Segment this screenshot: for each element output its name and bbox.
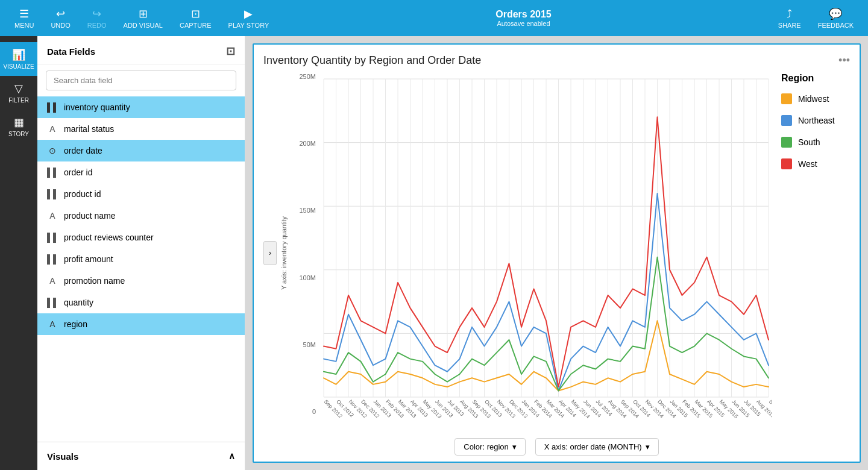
y-labels: 250M200M150M100M50M0	[294, 73, 321, 433]
chart-plot-inner: 250M200M150M100M50M0 Sep 2012Oct 2012Nov…	[294, 73, 772, 433]
field-label-order-date: order date	[64, 146, 102, 155]
bar-icon: ▌▌	[47, 189, 58, 199]
clock-icon: ⊙	[47, 146, 58, 155]
legend-label: West	[798, 159, 817, 169]
field-label-product-reviews-counter: product reviews counter	[64, 233, 154, 242]
bar-icon: ▌▌	[47, 298, 58, 307]
menu-button[interactable]: ☰ MENU	[6, 7, 42, 29]
legend-color-swatch	[781, 93, 792, 104]
field-item-marital-status[interactable]: Amarital status	[37, 118, 245, 140]
visualize-nav-item[interactable]: 📊 VISUALIZE	[0, 42, 37, 76]
play-story-button[interactable]: ▶ PLAY STORY	[220, 7, 278, 29]
x-axis-filter-button[interactable]: X axis: order date (MONTH) ▾	[535, 438, 659, 456]
legend-item-west: West	[781, 158, 850, 169]
y-label: 50M	[303, 341, 316, 348]
chart-title: Inventory Quantity by Region and Order D…	[263, 54, 481, 67]
visuals-label: Visuals	[47, 451, 78, 462]
menu-icon: ☰	[19, 7, 29, 20]
text-icon: A	[47, 276, 58, 286]
chart-container: Inventory Quantity by Region and Order D…	[253, 43, 861, 463]
field-item-product-name[interactable]: Aproduct name	[37, 205, 245, 227]
toolbar-center: Orders 2015 Autosave enabled	[277, 9, 770, 27]
redo-button[interactable]: ↪ REDO	[79, 7, 115, 29]
text-icon: A	[47, 124, 58, 134]
field-item-product-reviews-counter[interactable]: ▌▌product reviews counter	[37, 227, 245, 248]
redo-icon: ↪	[92, 7, 101, 20]
field-list: ▌▌inventory quantityAmarital status⊙orde…	[37, 96, 245, 442]
legend-label: Midwest	[798, 94, 829, 104]
field-label-order-id: order id	[64, 168, 92, 177]
capture-icon: ⊡	[191, 7, 200, 20]
story-icon: ▦	[14, 116, 24, 129]
y-label: 150M	[299, 207, 316, 214]
add-visual-button[interactable]: ⊞ ADD VISUAL	[115, 7, 171, 29]
legend-color-swatch	[781, 137, 792, 148]
field-item-region[interactable]: Aregion	[37, 313, 245, 335]
field-label-marital-status: marital status	[64, 124, 114, 134]
visuals-section[interactable]: Visuals ∧	[37, 442, 245, 470]
visualize-icon: 📊	[12, 48, 25, 61]
field-item-order-date[interactable]: ⊙order date	[37, 140, 245, 161]
field-item-inventory-quantity[interactable]: ▌▌inventory quantity	[37, 96, 245, 118]
undo-button[interactable]: ↩ UNDO	[42, 7, 78, 29]
text-icon: A	[47, 319, 58, 329]
share-icon: ⤴	[787, 8, 792, 20]
bar-icon: ▌▌	[47, 233, 58, 242]
capture-button[interactable]: ⊡ CAPTURE	[171, 7, 220, 29]
field-item-product-id[interactable]: ▌▌product id	[37, 183, 245, 205]
chart-area: Inventory Quantity by Region and Order D…	[245, 36, 868, 470]
play-icon: ▶	[244, 7, 253, 20]
chart-body: › Y axis: inventory quantity 250M200M150…	[263, 73, 850, 433]
legend-title: Region	[781, 73, 850, 84]
text-icon: A	[47, 211, 58, 221]
field-label-quantity: quantity	[64, 298, 93, 307]
legend-label: Northeast	[798, 116, 835, 125]
panel-toggle-button[interactable]: ⊡	[226, 45, 235, 58]
toolbar-right: ⤴ SHARE 💬 FEEDBACK	[770, 7, 862, 29]
y-axis-collapse-button[interactable]: ›	[263, 241, 277, 265]
search-input[interactable]	[46, 70, 236, 90]
visuals-collapse-icon: ∧	[228, 451, 235, 462]
legend-color-swatch	[781, 158, 792, 169]
legend-color-swatch	[781, 115, 792, 126]
legend-item-south: South	[781, 137, 850, 148]
legend-item-midwest: Midwest	[781, 93, 850, 104]
bar-icon: ▌▌	[47, 102, 58, 112]
y-label: 0	[312, 408, 316, 415]
field-label-product-id: product id	[64, 189, 101, 199]
chart-more-button[interactable]: •••	[838, 54, 850, 67]
field-label-promotion-name: promotion name	[64, 276, 125, 286]
field-label-product-name: product name	[64, 211, 116, 221]
main-content: 📊 VISUALIZE ▽ FILTER ▦ STORY Data Fields…	[0, 36, 868, 470]
autosave-status: Autosave enabled	[497, 20, 550, 27]
story-nav-item[interactable]: ▦ STORY	[0, 110, 37, 143]
x-axis-dropdown-icon: ▾	[646, 442, 650, 451]
field-item-profit-amount[interactable]: ▌▌profit amount	[37, 248, 245, 270]
y-axis-area: › Y axis: inventory quantity	[263, 73, 294, 433]
add-visual-icon: ⊞	[139, 7, 148, 20]
y-label: 100M	[299, 274, 316, 281]
share-button[interactable]: ⤴ SHARE	[770, 8, 810, 29]
filter-icon: ▽	[14, 82, 23, 95]
field-label-profit-amount: profit amount	[64, 254, 113, 264]
toolbar: ☰ MENU ↩ UNDO ↪ REDO ⊞ ADD VISUAL ⊡ CAPT…	[0, 0, 868, 36]
y-axis-label: Y axis: inventory quantity	[280, 216, 288, 290]
y-label: 250M	[299, 73, 316, 80]
data-fields-panel: Data Fields ⊡ ▌▌inventory quantityAmarit…	[37, 36, 245, 470]
field-item-promotion-name[interactable]: Apromotion name	[37, 270, 245, 292]
legend-item-northeast: Northeast	[781, 115, 850, 126]
color-filter-button[interactable]: Color: region ▾	[454, 438, 525, 456]
legend-label: South	[798, 137, 820, 147]
field-label-inventory-quantity: inventory quantity	[64, 102, 130, 112]
field-item-quantity[interactable]: ▌▌quantity	[37, 292, 245, 313]
feedback-button[interactable]: 💬 FEEDBACK	[810, 7, 862, 29]
color-dropdown-icon: ▾	[512, 442, 517, 451]
field-item-order-id[interactable]: ▌▌order id	[37, 161, 245, 183]
left-icon-bar: 📊 VISUALIZE ▽ FILTER ▦ STORY	[0, 36, 37, 470]
y-label: 200M	[299, 140, 316, 147]
app-title: Orders 2015	[495, 9, 552, 20]
chart-svg-area: Sep 2012Oct 2012Nov 2012Dec 2012Jan 2013…	[321, 73, 772, 433]
panel-title: Data Fields	[47, 46, 95, 57]
chart-footer: Color: region ▾ X axis: order date (MONT…	[263, 433, 850, 456]
filter-nav-item[interactable]: ▽ FILTER	[0, 76, 37, 110]
